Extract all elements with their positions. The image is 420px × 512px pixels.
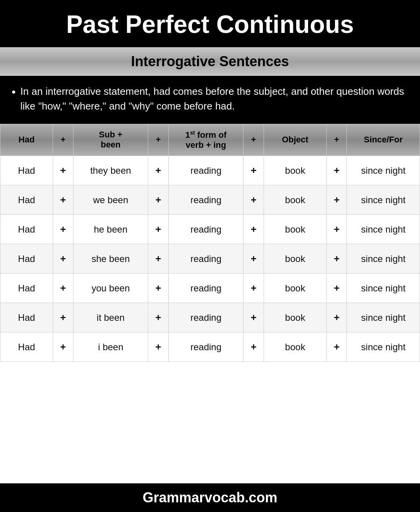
table-row: Had+they been+reading+book+since night [0, 156, 420, 185]
header-since: Since/For [347, 124, 420, 156]
cell-plus4: + [327, 332, 347, 362]
cell-plus4: + [327, 156, 347, 185]
cell-plus1: + [53, 244, 73, 274]
cell-plus3: + [243, 185, 264, 215]
cell-sub: it been [73, 303, 148, 332]
cell-had: Had [0, 274, 53, 303]
header-object: Object [264, 124, 326, 156]
table-row: Had+you been+reading+book+since night [0, 274, 420, 303]
cell-object: book [264, 215, 326, 244]
cell-had: Had [0, 156, 53, 185]
cell-plus3: + [243, 332, 264, 362]
cell-sub: you been [73, 274, 148, 303]
cell-plus2: + [148, 244, 168, 274]
cell-object: book [264, 274, 326, 303]
cell-since: since night [347, 303, 420, 332]
cell-plus1: + [53, 332, 73, 362]
cell-plus3: + [243, 215, 264, 244]
header-plus1: + [53, 124, 73, 156]
footer-text: Grammarvocab.com [8, 490, 412, 506]
header-sub: Sub +been [73, 124, 148, 156]
cell-since: since night [347, 185, 420, 215]
cell-plus2: + [148, 332, 168, 362]
cell-plus1: + [53, 185, 73, 215]
cell-had: Had [0, 303, 53, 332]
cell-plus4: + [327, 185, 347, 215]
table-header-row: Had + Sub +been + 1st form ofverb + ing … [0, 124, 420, 156]
cell-had: Had [0, 332, 53, 362]
table-container: Had + Sub +been + 1st form ofverb + ing … [0, 124, 420, 483]
cell-plus3: + [243, 244, 264, 274]
table-row: Had+i been+reading+book+since night [0, 332, 420, 362]
cell-sub: she been [73, 244, 148, 274]
footer: Grammarvocab.com [0, 483, 420, 512]
cell-plus2: + [148, 303, 168, 332]
cell-object: book [264, 156, 326, 185]
description-text: • In an interrogative statement, had com… [12, 84, 408, 113]
cell-verb: reading [168, 332, 243, 362]
cell-sub: we been [73, 185, 148, 215]
cell-object: book [264, 332, 326, 362]
cell-since: since night [347, 156, 420, 185]
cell-since: since night [347, 274, 420, 303]
header-plus3: + [243, 124, 264, 156]
cell-plus1: + [53, 303, 73, 332]
cell-since: since night [347, 215, 420, 244]
cell-verb: reading [168, 244, 243, 274]
cell-plus2: + [148, 156, 168, 185]
cell-verb: reading [168, 215, 243, 244]
header-verb: 1st form ofverb + ing [168, 124, 243, 156]
subtitle-bar: Interrogative Sentences [0, 47, 420, 76]
cell-object: book [264, 303, 326, 332]
cell-had: Had [0, 185, 53, 215]
cell-plus4: + [327, 274, 347, 303]
cell-since: since night [347, 244, 420, 274]
cell-plus4: + [327, 215, 347, 244]
cell-plus3: + [243, 274, 264, 303]
header-had: Had [0, 124, 53, 156]
header-plus4: + [327, 124, 347, 156]
cell-plus1: + [53, 156, 73, 185]
cell-had: Had [0, 244, 53, 274]
cell-plus3: + [243, 303, 264, 332]
cell-plus2: + [148, 215, 168, 244]
cell-plus3: + [243, 156, 264, 185]
cell-verb: reading [168, 156, 243, 185]
cell-object: book [264, 185, 326, 215]
header: Past Perfect Continuous [0, 0, 420, 47]
header-plus2: + [148, 124, 168, 156]
cell-verb: reading [168, 303, 243, 332]
cell-object: book [264, 244, 326, 274]
table-row: Had+we been+reading+book+since night [0, 185, 420, 215]
cell-plus4: + [327, 244, 347, 274]
cell-verb: reading [168, 185, 243, 215]
description-area: • In an interrogative statement, had com… [0, 76, 420, 123]
cell-plus2: + [148, 274, 168, 303]
cell-sub: he been [73, 215, 148, 244]
table-row: Had+she been+reading+book+since night [0, 244, 420, 274]
page-title: Past Perfect Continuous [8, 11, 412, 38]
cell-sub: they been [73, 156, 148, 185]
bullet-point: • [12, 84, 16, 99]
cell-plus1: + [53, 215, 73, 244]
cell-had: Had [0, 215, 53, 244]
subtitle-text: Interrogative Sentences [8, 53, 412, 70]
table-row: Had+it been+reading+book+since night [0, 303, 420, 332]
cell-verb: reading [168, 274, 243, 303]
description-content: In an interrogative statement, had comes… [21, 84, 408, 113]
cell-sub: i been [73, 332, 148, 362]
table-row: Had+he been+reading+book+since night [0, 215, 420, 244]
table-body: Had+they been+reading+book+since nightHa… [0, 156, 420, 362]
cell-plus4: + [327, 303, 347, 332]
cell-plus2: + [148, 185, 168, 215]
grammar-table: Had + Sub +been + 1st form ofverb + ing … [0, 124, 420, 362]
cell-since: since night [347, 332, 420, 362]
cell-plus1: + [53, 274, 73, 303]
